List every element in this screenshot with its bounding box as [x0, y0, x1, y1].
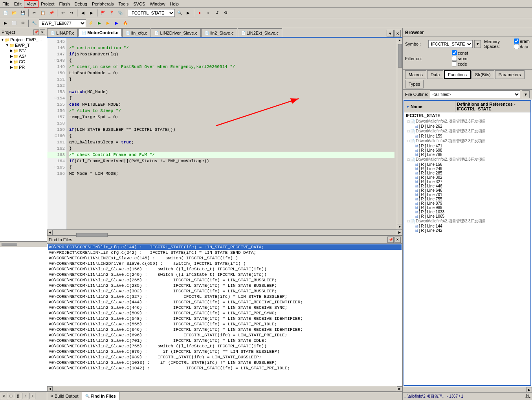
ref-3-12[interactable]: id[ R ] Line 1065: [407, 214, 530, 218]
find-result-20[interactable]: A0\CORE\NETCOM\LIN\lin2_Slave.c(989) : I…: [48, 354, 402, 360]
expand-ref1[interactable]: □: [407, 129, 409, 133]
filter-parameters[interactable]: Parameters: [495, 70, 525, 79]
find-result-22[interactable]: A0\CORE\NETCOM\LIN\lin2_Slave.c(1042) : …: [48, 365, 402, 371]
filter-data[interactable]: Data: [427, 70, 443, 79]
run-btn[interactable]: ●: [196, 9, 204, 17]
tab-lin2driver[interactable]: 📄 LIN2Driver_Slave.c: [151, 28, 201, 37]
find-result-1[interactable]: A0\PROJECT\CORE\LIN\lin_cfg.c(242) : IFC…: [48, 250, 402, 255]
sym-search-btn[interactable]: 🔍: [176, 9, 183, 17]
find-result-6[interactable]: A0\CORE\NETCOM\LIN\lin2_Slave.c(265) : I…: [48, 277, 402, 283]
code-vscrollbar[interactable]: ▲ ▼: [397, 38, 402, 229]
symbol-dropdown-btn[interactable]: ▼: [474, 40, 481, 48]
tab-find-in-files[interactable]: 🔍 Find In Files: [82, 392, 119, 400]
find-result-17[interactable]: A0\CORE\NETCOM\LIN\lin2_Slave.c(701) : I…: [48, 338, 402, 343]
code-hscrollbar[interactable]: ◀ ▶: [47, 229, 402, 235]
find-result-19[interactable]: A0\CORE\NETCOM\LIN\lin2_Slave.c(879) : i…: [48, 349, 402, 354]
fold-148[interactable]: □: [54, 57, 56, 64]
tb2-btn1[interactable]: ▶: [2, 19, 9, 27]
fold-160[interactable]: □: [55, 133, 57, 139]
ref-3-1[interactable]: id[ R ] Line 249: [407, 167, 530, 171]
tab-build-output[interactable]: ⚙ Build Output: [47, 392, 82, 400]
reset-btn[interactable]: ↺: [213, 9, 221, 17]
ref-1-0[interactable]: id [ R ] Line 159: [407, 134, 530, 138]
find-result-13[interactable]: A0\CORE\NETCOM\LIN\lin2_Slave.c(548) : I…: [48, 316, 402, 321]
code-content[interactable]: /* certain condition */ if(sPostRunOverF…: [67, 38, 397, 229]
expand-cc[interactable]: ▶: [10, 60, 13, 64]
ref-2-2[interactable]: id [ R ] Line 788: [407, 152, 530, 157]
filter-functions[interactable]: Functions: [444, 70, 471, 79]
menu-view[interactable]: View: [24, 0, 39, 7]
paste-btn[interactable]: 📌: [48, 9, 55, 17]
cb-eram-check[interactable]: [514, 39, 519, 44]
find-result-0[interactable]: A0\PROJECT\CORE\LIN\lin_cfg.c(144) : IFC…: [48, 244, 402, 250]
cb-eram[interactable]: eram: [514, 39, 530, 44]
tab-close-all-btn[interactable]: ✕: [394, 30, 401, 37]
symbol-combo[interactable]: IFCCTRL_STATE: [128, 9, 175, 17]
find-result-8[interactable]: A0\CORE\NETCOM\LIN\lin2_Slave.c(302) : I…: [48, 288, 402, 294]
cb-const-check[interactable]: [452, 50, 457, 55]
find-result-11[interactable]: A0\CORE\NETCOM\LIN\lin2_Slave.c(446) : I…: [48, 305, 402, 310]
ref-3-11[interactable]: id[ R ] Line 1033: [407, 210, 530, 214]
panel-icon3[interactable]: {}: [15, 393, 21, 399]
ref-2-0[interactable]: id [ R ] Line 471: [407, 144, 530, 148]
ref-3-3[interactable]: id[ R ] Line 302: [407, 175, 530, 180]
cut-btn[interactable]: ✂: [30, 9, 38, 17]
cb-data-check[interactable]: [514, 44, 519, 49]
find-result-12[interactable]: A0\CORE\NETCOM\LIN\lin2_Slave.c(509) : I…: [48, 310, 402, 316]
find-result-4[interactable]: A0\CORE\NETCOM\LIN\lin2_Slave.c(156) : s…: [48, 266, 402, 272]
cb-srom[interactable]: srom: [452, 56, 468, 61]
tree-as[interactable]: ▶ 📁 AS/: [1, 53, 46, 59]
ref-3-7[interactable]: id[ R ] Line 701: [407, 193, 530, 197]
cb-code[interactable]: code: [452, 61, 468, 66]
menu-debug[interactable]: Debug: [72, 1, 90, 7]
hscroll-left[interactable]: ◀: [47, 230, 53, 235]
expand-as[interactable]: ▶: [10, 54, 13, 58]
tab-dropdown-btn[interactable]: ▼: [387, 30, 394, 37]
menu-file[interactable]: File: [0, 1, 12, 7]
panel-icon1[interactable]: P: [1, 393, 7, 399]
find-result-18[interactable]: A0\CORE\NETCOM\LIN\lin2_Slave.c(755) : s…: [48, 343, 402, 349]
panel-pin-btn[interactable]: 📌: [33, 29, 39, 35]
expand-ewp[interactable]: ▼: [6, 43, 9, 47]
bm3-btn[interactable]: 📎: [116, 9, 124, 17]
ref-2-1[interactable]: id [ R ] Line 698: [407, 148, 530, 152]
panel-icon4[interactable]: ↕: [22, 393, 28, 399]
expand-ref4[interactable]: □: [407, 219, 409, 223]
sym-go-btn[interactable]: ▶: [184, 9, 192, 17]
tab-motorcontrol[interactable]: 📄 MotorControl.c: [78, 28, 122, 37]
panel-icon2[interactable]: ⬡: [8, 393, 14, 399]
expand-pr[interactable]: ▶: [10, 65, 13, 69]
vscroll-up[interactable]: ▲: [397, 38, 402, 43]
find-result-5[interactable]: A0\CORE\NETCOM\LIN\lin2_Slave.c(249) : s…: [48, 272, 402, 277]
symbol-input[interactable]: IFCCTRL_STATE: [428, 40, 473, 48]
ref-3-8[interactable]: id[ R ] Line 755: [407, 197, 530, 201]
filter-macros[interactable]: Macros: [405, 70, 426, 79]
find-result-7[interactable]: A0\CORE\NETCOM\LIN\lin2_Slave.c(285) : I…: [48, 283, 402, 288]
filter-sfrbits[interactable]: Sfr(Bits): [471, 70, 494, 79]
tb2-flash1[interactable]: ⚡: [87, 19, 95, 27]
tab-linapp[interactable]: 📄 LINAPP.c: [47, 28, 78, 37]
tb2-chip[interactable]: 🔧: [30, 19, 38, 27]
tree-cc[interactable]: ▶ 📁 CC: [1, 59, 46, 64]
menu-project[interactable]: Project: [39, 1, 57, 7]
tree-pr[interactable]: ▶ 📁 PR: [1, 64, 46, 70]
hscroll-right[interactable]: ▶: [397, 230, 402, 235]
find-hscroll-left[interactable]: ◀: [47, 386, 53, 392]
tab-lin2ext[interactable]: 📄 LIN2Ext_Slave.c: [238, 28, 282, 37]
ref-3-2[interactable]: id[ R ] Line 285: [407, 171, 530, 175]
expand-ref3[interactable]: □: [407, 158, 409, 161]
tb2-flash3[interactable]: ▶: [104, 19, 112, 27]
expand-st[interactable]: ▶: [10, 49, 13, 53]
project-combo[interactable]: EWP_TLE9877: [39, 19, 86, 27]
browser-results[interactable]: ▼ Name Definitions and References - IFCC…: [404, 100, 531, 386]
find-result-9[interactable]: A0\CORE\NETCOM\LIN\lin2_Slave.c(327) : I…: [48, 294, 402, 299]
menu-peripherals[interactable]: Peripherals: [90, 1, 116, 7]
ref-4-0[interactable]: id[ R ] Line 144: [407, 224, 530, 228]
bm2-btn[interactable]: 📍: [108, 9, 116, 17]
ref-0-0[interactable]: id [ D ] Line 262: [407, 124, 530, 128]
tree-st[interactable]: ▶ 📁 ST/: [1, 48, 46, 53]
find-result-3[interactable]: A0\CORE\NETCOM\LIN\LIN2Driver_Slave.c(65…: [48, 261, 402, 266]
ref-3-6[interactable]: id[ R ] Line 646: [407, 188, 530, 193]
ref-3-0[interactable]: id[ R ] Line 156: [407, 162, 530, 167]
tree-hscroll[interactable]: [0, 241, 47, 247]
